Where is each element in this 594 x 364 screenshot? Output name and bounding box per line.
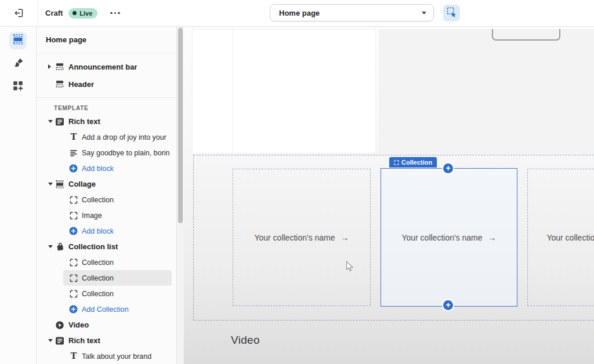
app-embeds-icon bbox=[13, 81, 23, 93]
rich-text-icon bbox=[55, 336, 64, 345]
chevron-down-icon bbox=[422, 12, 426, 14]
text-align-icon bbox=[69, 148, 78, 158]
sidebar-block-talk-about-your-brand[interactable]: TTalk about your brand bbox=[63, 348, 172, 364]
svg-text:T: T bbox=[70, 352, 77, 361]
sidebar-section-rich-text[interactable]: Rich text bbox=[46, 114, 172, 129]
sidebar-block-collection[interactable]: Collection bbox=[63, 192, 172, 208]
sidebar-block-add-block[interactable]: Add block bbox=[63, 223, 172, 239]
brackets-icon bbox=[69, 258, 78, 267]
sidebar-block-collection[interactable]: Collection bbox=[63, 270, 172, 286]
section-label: Rich text bbox=[68, 117, 100, 126]
sidebar-block-add-block[interactable]: Add block bbox=[63, 161, 172, 176]
collection-card[interactable]: Your collection's name→ bbox=[233, 169, 371, 306]
block-label: Collection bbox=[82, 290, 114, 298]
block-label: Talk about your brand bbox=[82, 352, 151, 361]
theme-name: Craft bbox=[45, 9, 63, 17]
block-label: Collection bbox=[82, 196, 114, 204]
brackets-icon bbox=[69, 195, 78, 205]
exit-editor-button[interactable] bbox=[0, 0, 38, 26]
sidebar-section-collection-list[interactable]: Collection list bbox=[46, 239, 172, 254]
collapse-caret-icon[interactable] bbox=[48, 339, 55, 342]
dot-icon bbox=[118, 12, 120, 14]
dot-icon bbox=[114, 12, 117, 14]
sidebar-section-announcement-bar[interactable]: Announcement bar bbox=[46, 58, 172, 75]
announcement-icon bbox=[55, 79, 64, 89]
announcement-icon bbox=[55, 62, 64, 71]
rail-sections-button[interactable] bbox=[9, 32, 27, 49]
collapse-caret-icon[interactable] bbox=[48, 183, 55, 185]
tag-icon bbox=[55, 242, 64, 252]
rich-text-icon bbox=[55, 117, 64, 126]
plus-icon bbox=[69, 227, 78, 236]
sidebar-block-collection[interactable]: Collection bbox=[63, 286, 172, 301]
section-label: Rich text bbox=[68, 336, 100, 345]
sections-panel: Home page Announcement barHeader TEMPLAT… bbox=[37, 26, 177, 364]
shopify-theme-editor: Craft Live Home page bbox=[0, 0, 594, 364]
collection-card-title: Your collection's name bbox=[401, 233, 482, 242]
selected-block-label: Collection bbox=[401, 159, 432, 166]
sidebar-block-say-goodbye-to-plain-borin[interactable]: Say goodbye to plain, borin… bbox=[63, 145, 172, 161]
block-label: Image bbox=[82, 212, 102, 220]
preview-partial-button[interactable] bbox=[492, 29, 560, 41]
sidebar-block-add-collection[interactable]: Add Collection bbox=[63, 301, 172, 317]
sections-icon bbox=[12, 34, 24, 48]
panel-scrollbar-thumb[interactable] bbox=[178, 28, 183, 223]
sidebar-section-video[interactable]: Video bbox=[46, 317, 172, 333]
template-sections-group: Rich textTAdd a drop of joy into your …S… bbox=[37, 114, 176, 364]
text-t-icon: T bbox=[69, 352, 78, 361]
collection-card-title: Your collection's name bbox=[546, 233, 594, 242]
brackets-icon bbox=[394, 160, 399, 165]
live-dot-icon bbox=[73, 11, 77, 15]
section-label: Announcement bar bbox=[68, 63, 137, 71]
panel-heading: Home page bbox=[37, 26, 176, 53]
collection-card-selected[interactable]: Your collection's name→ bbox=[381, 168, 517, 307]
plus-icon bbox=[69, 164, 78, 173]
top-bar: Craft Live Home page bbox=[0, 0, 594, 27]
sidebar-section-rich-text[interactable]: Rich text bbox=[46, 333, 172, 348]
selected-block-badge[interactable]: Collection bbox=[389, 157, 437, 168]
video-section-heading: Video bbox=[231, 334, 260, 347]
add-block-before-button[interactable] bbox=[442, 162, 454, 174]
paint-brush-icon bbox=[13, 57, 24, 71]
sidebar-section-collage[interactable]: Collage bbox=[46, 176, 172, 192]
block-label: Add a drop of joy into your … bbox=[82, 133, 169, 141]
arrow-right-icon: → bbox=[341, 233, 349, 242]
brackets-icon bbox=[69, 274, 78, 283]
inspector-toggle-button[interactable] bbox=[443, 5, 460, 21]
template-label: TEMPLATE bbox=[54, 105, 176, 111]
block-label: Say goodbye to plain, borin… bbox=[82, 149, 169, 157]
page-selector-dropdown[interactable]: Home page bbox=[270, 4, 434, 21]
arrow-right-icon: → bbox=[488, 233, 497, 242]
section-label: Collage bbox=[68, 180, 96, 188]
sidebar-block-collection[interactable]: Collection bbox=[63, 254, 172, 270]
block-label: Add block bbox=[82, 165, 114, 173]
sidebar-block-image[interactable]: Image bbox=[63, 208, 172, 223]
add-block-after-button[interactable] bbox=[442, 299, 454, 311]
block-label: Add block bbox=[82, 227, 114, 235]
exit-icon bbox=[13, 8, 24, 19]
live-status-badge: Live bbox=[68, 8, 97, 19]
dot-icon bbox=[110, 12, 113, 14]
page-sections-group: Announcement barHeader bbox=[37, 53, 176, 98]
collapse-caret-icon[interactable] bbox=[48, 245, 55, 248]
block-label: Add Collection bbox=[82, 305, 129, 314]
collection-card[interactable]: Your collection's name→ bbox=[527, 169, 594, 306]
theme-preview: Your collection's name→Your collection's… bbox=[184, 26, 594, 364]
collage-icon bbox=[55, 180, 64, 189]
block-label: Collection bbox=[82, 259, 114, 267]
brackets-icon bbox=[69, 289, 78, 299]
preview-collage-section[interactable] bbox=[192, 29, 376, 154]
left-icon-rail bbox=[0, 26, 37, 364]
rail-theme-settings-button[interactable] bbox=[9, 55, 27, 72]
preview-image-block[interactable] bbox=[379, 29, 594, 154]
section-label: Collection list bbox=[68, 242, 118, 251]
text-t-icon: T bbox=[69, 133, 78, 142]
section-label: Header bbox=[68, 80, 94, 89]
more-actions-button[interactable] bbox=[107, 9, 124, 18]
sidebar-block-add-a-drop-of-joy-into-your[interactable]: TAdd a drop of joy into your … bbox=[63, 129, 172, 145]
collection-list-section-outline[interactable]: Your collection's name→Your collection's… bbox=[193, 155, 594, 321]
sidebar-section-header[interactable]: Header bbox=[46, 75, 172, 93]
collapse-caret-icon[interactable] bbox=[48, 120, 55, 123]
rail-app-embeds-button[interactable] bbox=[9, 78, 27, 96]
expand-caret-icon[interactable] bbox=[48, 64, 55, 69]
